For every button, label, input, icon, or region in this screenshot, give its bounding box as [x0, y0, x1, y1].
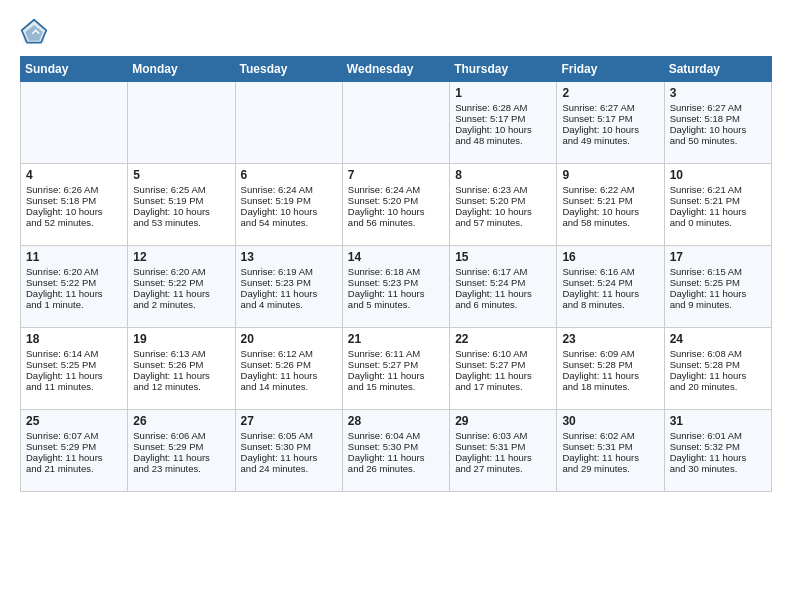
- day-info-line: Sunset: 5:17 PM: [455, 113, 551, 124]
- day-info-line: and 12 minutes.: [133, 381, 229, 392]
- day-info-line: Sunset: 5:29 PM: [26, 441, 122, 452]
- day-info-line: Sunrise: 6:14 AM: [26, 348, 122, 359]
- day-number: 14: [348, 250, 444, 264]
- day-info-line: Sunrise: 6:01 AM: [670, 430, 766, 441]
- header-cell-wednesday: Wednesday: [342, 57, 449, 82]
- day-info-line: Sunrise: 6:12 AM: [241, 348, 337, 359]
- day-info-line: Sunrise: 6:28 AM: [455, 102, 551, 113]
- day-info-line: Daylight: 11 hours: [455, 452, 551, 463]
- day-info-line: and 49 minutes.: [562, 135, 658, 146]
- day-info-line: Sunset: 5:27 PM: [455, 359, 551, 370]
- day-info-line: Sunset: 5:23 PM: [241, 277, 337, 288]
- day-number: 24: [670, 332, 766, 346]
- day-number: 13: [241, 250, 337, 264]
- day-cell: 10Sunrise: 6:21 AMSunset: 5:21 PMDayligh…: [664, 164, 771, 246]
- day-info-line: Sunset: 5:20 PM: [348, 195, 444, 206]
- day-info-line: Daylight: 11 hours: [562, 370, 658, 381]
- day-info-line: Sunset: 5:22 PM: [26, 277, 122, 288]
- day-info-line: Sunrise: 6:18 AM: [348, 266, 444, 277]
- day-cell: 27Sunrise: 6:05 AMSunset: 5:30 PMDayligh…: [235, 410, 342, 492]
- day-info-line: Sunrise: 6:05 AM: [241, 430, 337, 441]
- calendar-table: SundayMondayTuesdayWednesdayThursdayFrid…: [20, 56, 772, 492]
- day-number: 20: [241, 332, 337, 346]
- calendar-page: SundayMondayTuesdayWednesdayThursdayFrid…: [0, 0, 792, 502]
- day-cell: 21Sunrise: 6:11 AMSunset: 5:27 PMDayligh…: [342, 328, 449, 410]
- day-number: 2: [562, 86, 658, 100]
- day-cell: 26Sunrise: 6:06 AMSunset: 5:29 PMDayligh…: [128, 410, 235, 492]
- day-info-line: Sunset: 5:18 PM: [26, 195, 122, 206]
- day-info-line: Daylight: 11 hours: [455, 288, 551, 299]
- day-cell: 1Sunrise: 6:28 AMSunset: 5:17 PMDaylight…: [450, 82, 557, 164]
- day-number: 16: [562, 250, 658, 264]
- header-cell-friday: Friday: [557, 57, 664, 82]
- day-info-line: Sunrise: 6:21 AM: [670, 184, 766, 195]
- day-info-line: Daylight: 11 hours: [241, 370, 337, 381]
- day-info-line: Sunset: 5:32 PM: [670, 441, 766, 452]
- day-info-line: Sunset: 5:28 PM: [562, 359, 658, 370]
- day-info-line: Sunrise: 6:13 AM: [133, 348, 229, 359]
- day-info-line: and 4 minutes.: [241, 299, 337, 310]
- day-number: 10: [670, 168, 766, 182]
- day-info-line: and 54 minutes.: [241, 217, 337, 228]
- day-cell: 13Sunrise: 6:19 AMSunset: 5:23 PMDayligh…: [235, 246, 342, 328]
- day-cell: [235, 82, 342, 164]
- day-info-line: Sunrise: 6:27 AM: [670, 102, 766, 113]
- day-number: 5: [133, 168, 229, 182]
- day-cell: 8Sunrise: 6:23 AMSunset: 5:20 PMDaylight…: [450, 164, 557, 246]
- day-info-line: Daylight: 11 hours: [562, 288, 658, 299]
- day-cell: 17Sunrise: 6:15 AMSunset: 5:25 PMDayligh…: [664, 246, 771, 328]
- day-cell: 5Sunrise: 6:25 AMSunset: 5:19 PMDaylight…: [128, 164, 235, 246]
- day-info-line: Daylight: 11 hours: [26, 370, 122, 381]
- day-cell: 14Sunrise: 6:18 AMSunset: 5:23 PMDayligh…: [342, 246, 449, 328]
- day-info-line: Sunrise: 6:03 AM: [455, 430, 551, 441]
- day-info-line: and 57 minutes.: [455, 217, 551, 228]
- day-number: 3: [670, 86, 766, 100]
- header-cell-thursday: Thursday: [450, 57, 557, 82]
- day-info-line: and 6 minutes.: [455, 299, 551, 310]
- day-info-line: and 30 minutes.: [670, 463, 766, 474]
- day-info-line: Daylight: 11 hours: [348, 288, 444, 299]
- day-info-line: Sunset: 5:29 PM: [133, 441, 229, 452]
- day-info-line: Sunrise: 6:27 AM: [562, 102, 658, 113]
- day-cell: 31Sunrise: 6:01 AMSunset: 5:32 PMDayligh…: [664, 410, 771, 492]
- day-info-line: and 23 minutes.: [133, 463, 229, 474]
- logo-icon: [20, 18, 48, 46]
- day-info-line: Sunrise: 6:25 AM: [133, 184, 229, 195]
- day-info-line: Sunrise: 6:24 AM: [348, 184, 444, 195]
- day-info-line: Daylight: 10 hours: [133, 206, 229, 217]
- day-info-line: Sunset: 5:20 PM: [455, 195, 551, 206]
- day-info-line: and 8 minutes.: [562, 299, 658, 310]
- header-cell-saturday: Saturday: [664, 57, 771, 82]
- day-info-line: Daylight: 10 hours: [562, 206, 658, 217]
- calendar-body: 1Sunrise: 6:28 AMSunset: 5:17 PMDaylight…: [21, 82, 772, 492]
- day-info-line: Sunset: 5:26 PM: [241, 359, 337, 370]
- day-cell: 11Sunrise: 6:20 AMSunset: 5:22 PMDayligh…: [21, 246, 128, 328]
- day-info-line: and 48 minutes.: [455, 135, 551, 146]
- day-info-line: Sunset: 5:31 PM: [562, 441, 658, 452]
- day-number: 27: [241, 414, 337, 428]
- day-info-line: and 14 minutes.: [241, 381, 337, 392]
- day-info-line: Daylight: 11 hours: [670, 288, 766, 299]
- day-info-line: Daylight: 10 hours: [241, 206, 337, 217]
- day-number: 29: [455, 414, 551, 428]
- day-cell: 19Sunrise: 6:13 AMSunset: 5:26 PMDayligh…: [128, 328, 235, 410]
- day-info-line: Daylight: 11 hours: [241, 288, 337, 299]
- day-info-line: Daylight: 11 hours: [455, 370, 551, 381]
- calendar-header: SundayMondayTuesdayWednesdayThursdayFrid…: [21, 57, 772, 82]
- day-info-line: and 26 minutes.: [348, 463, 444, 474]
- day-info-line: and 5 minutes.: [348, 299, 444, 310]
- day-cell: 25Sunrise: 6:07 AMSunset: 5:29 PMDayligh…: [21, 410, 128, 492]
- day-info-line: Daylight: 10 hours: [26, 206, 122, 217]
- day-info-line: Sunrise: 6:26 AM: [26, 184, 122, 195]
- day-info-line: and 18 minutes.: [562, 381, 658, 392]
- day-cell: 6Sunrise: 6:24 AMSunset: 5:19 PMDaylight…: [235, 164, 342, 246]
- day-info-line: Sunrise: 6:20 AM: [26, 266, 122, 277]
- day-cell: 7Sunrise: 6:24 AMSunset: 5:20 PMDaylight…: [342, 164, 449, 246]
- day-number: 26: [133, 414, 229, 428]
- logo: [20, 18, 52, 46]
- day-number: 7: [348, 168, 444, 182]
- day-info-line: Daylight: 11 hours: [348, 452, 444, 463]
- day-info-line: Sunset: 5:26 PM: [133, 359, 229, 370]
- day-info-line: Sunset: 5:24 PM: [562, 277, 658, 288]
- day-info-line: Sunrise: 6:06 AM: [133, 430, 229, 441]
